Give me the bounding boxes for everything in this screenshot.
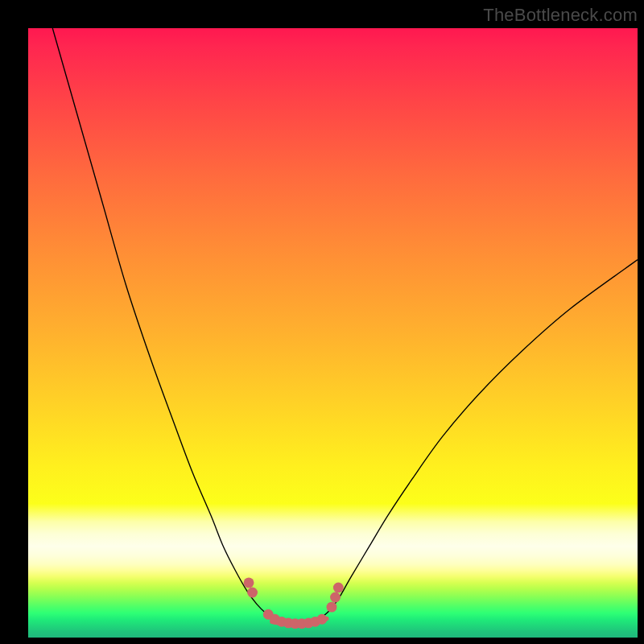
chart-background-gradient [28,28,638,638]
watermark-text: TheBottleneck.com [483,5,638,26]
chart-frame: TheBottleneck.com [0,0,644,644]
